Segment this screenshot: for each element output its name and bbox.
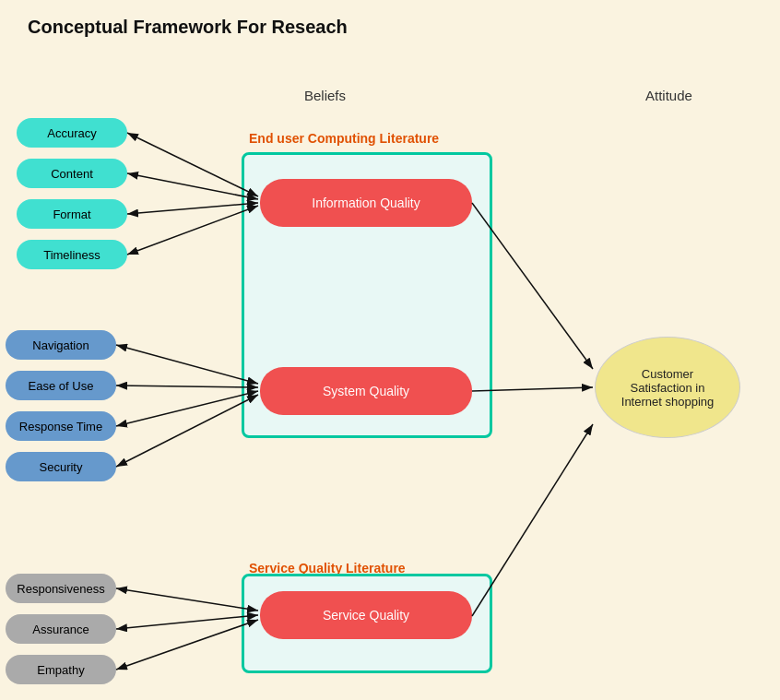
svg-line-9: [116, 395, 258, 467]
svg-line-6: [116, 345, 258, 384]
pill-security: Security: [6, 452, 116, 481]
label-attitude: Attitude: [645, 88, 692, 103]
pill-info-quality: Information Quality: [260, 179, 472, 227]
pill-system-quality: System Quality: [260, 367, 472, 415]
svg-line-5: [127, 206, 258, 255]
svg-line-12: [116, 620, 258, 670]
svg-line-10: [116, 588, 258, 611]
svg-line-7: [116, 386, 258, 387]
pill-navigation: Navigation: [6, 330, 116, 360]
lit-end-user: End user Computing Literature: [249, 131, 439, 146]
pill-assurance: Assurance: [6, 614, 116, 644]
diagram: Conceptual Framework For Reseach Beliefs…: [0, 0, 780, 700]
pill-format: Format: [17, 199, 127, 229]
pill-response-time: Response Time: [6, 411, 116, 441]
pill-accuracy: Accuracy: [17, 118, 127, 148]
svg-line-3: [127, 173, 258, 199]
page-title: Conceptual Framework For Reseach: [28, 17, 348, 38]
svg-line-2: [127, 133, 258, 196]
customer-satisfaction-oval: CustomerSatisfaction inInternet shopping: [595, 337, 740, 438]
svg-line-4: [127, 203, 258, 214]
pill-empathy: Empathy: [6, 655, 116, 684]
pill-content: Content: [17, 159, 127, 188]
svg-line-8: [116, 391, 258, 426]
pill-responsiveness: Responsiveness: [6, 574, 116, 603]
label-beliefs: Beliefs: [304, 88, 346, 103]
pill-service-quality: Service Quality: [260, 591, 472, 639]
pill-timeliness: Timeliness: [17, 240, 127, 269]
pill-ease-of-use: Ease of Use: [6, 371, 116, 400]
customer-satisfaction-label: CustomerSatisfaction inInternet shopping: [621, 367, 714, 409]
svg-line-11: [116, 615, 258, 629]
